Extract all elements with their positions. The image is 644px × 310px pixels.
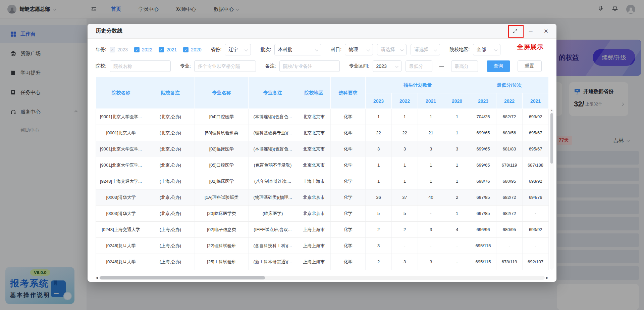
scroll-left-arrow-icon[interactable]: ◀ — [96, 276, 98, 279]
table-cell: 694/76 — [523, 189, 549, 206]
table-row[interactable]: [9001]北京大学医学...(北京,公办)[04]口腔医学(本博连读)(色盲色… — [96, 109, 549, 125]
table-cell: [20]临床医学类 — [195, 206, 249, 222]
col-school-note: 院校备注 — [146, 77, 195, 109]
table-cell: - — [392, 238, 418, 254]
batch-label: 批次: — [260, 47, 271, 53]
minimize-icon[interactable]: – — [528, 28, 534, 34]
table-cell: (临床医学) — [249, 206, 297, 222]
reset-button[interactable]: 重置 — [518, 60, 542, 72]
table-cell: 678/119 — [496, 254, 523, 270]
table-cell: [1A]理科试验班类 — [195, 189, 249, 206]
year-label: 年份: — [96, 47, 106, 53]
col-plan-2022: 2022 — [392, 93, 418, 109]
table-row[interactable]: [0003]清华大学(北京,公办)[20]临床医学类(临床医学)北京北京市化学5… — [96, 206, 549, 222]
school-input[interactable] — [110, 60, 171, 72]
table-row[interactable]: [9001]北京大学医学...(北京,公办)[02]临床医学(本博连读)(色盲色… — [96, 141, 549, 157]
close-icon[interactable]: × — [543, 28, 549, 34]
window-controls: – × — [512, 28, 550, 34]
table-cell: 北京北京市 — [297, 109, 331, 125]
table-row[interactable]: [9248]上海交通大学...(上海,公办)[02]临床医学(八年制本博连读,.… — [96, 173, 549, 189]
table-row[interactable]: [0246]复旦大学(上海,公办)[22]理科试验班(含自科技科工科)(...上… — [96, 238, 549, 254]
table-cell: 化学 — [331, 109, 366, 125]
table-cell: (理科基础类专业)(... — [249, 125, 297, 141]
col-group-plan: 招生计划数量 — [366, 77, 470, 93]
batch-select[interactable]: 本科批 — [274, 44, 321, 55]
year-checkbox-2023[interactable]: ✓2023 — [110, 47, 128, 52]
col-school: 院校名称 — [96, 77, 146, 109]
fullscreen-expand-icon[interactable] — [512, 28, 518, 34]
table-cell: 1 — [392, 109, 418, 125]
major-input[interactable] — [194, 60, 256, 72]
table-cell: 1 — [444, 157, 470, 173]
table-row[interactable]: [0003]清华大学(北京,公办)[1A]理科试验班类(物理基础类)(物理...… — [96, 189, 549, 206]
table-cell: 1 — [366, 109, 392, 125]
table-cell: 695/115 — [470, 238, 496, 254]
table-cell: 化学 — [331, 222, 366, 238]
range-year-select[interactable]: 2023 — [373, 60, 401, 72]
table-cell: 682/72 — [496, 109, 523, 125]
col-plan-2023: 2023 — [366, 93, 392, 109]
table-cell: - — [496, 238, 523, 254]
year-checkbox-2021[interactable]: ✓2021 — [159, 47, 177, 52]
province-select[interactable]: 辽宁 — [225, 44, 251, 55]
table-cell: - — [523, 206, 549, 222]
scroll-right-arrow-icon[interactable]: ▶ — [546, 276, 548, 279]
table-cell: - — [418, 206, 444, 222]
table-cell: (上海,公办) — [146, 222, 195, 238]
table-cell: 1 — [418, 173, 444, 189]
table-cell: 3 — [418, 141, 444, 157]
table-cell: 上海上海市 — [297, 254, 331, 270]
table-row[interactable]: [9001]北京大学医学...(北京,公办)[05]口腔医学(色盲色弱不予录取)… — [96, 157, 549, 173]
table-cell: 695/67 — [523, 125, 549, 141]
max-score-input[interactable] — [451, 60, 478, 72]
col-region: 院校地区 — [297, 77, 331, 109]
filter-row-1: 年份: ✓2023✓2022✓2021✓2020 省份: 辽宁 批次: 本科批 … — [96, 44, 548, 55]
subject-select-2[interactable]: 请选择 — [377, 44, 407, 55]
query-button[interactable]: 查询 — [487, 60, 510, 72]
year-checkbox-2020[interactable]: ✓2020 — [183, 47, 201, 52]
vertical-scroll-thumb[interactable] — [550, 113, 553, 164]
col-major: 专业名称 — [195, 77, 249, 109]
vertical-scrollbar[interactable]: ▲ — [550, 108, 554, 270]
table-cell: 3 — [418, 222, 444, 238]
table-cell: 693/92 — [523, 173, 549, 189]
table-cell: [02]电子信息类 — [195, 222, 249, 238]
table-row[interactable]: [0001]北京大学(北京,公办)[58]理科试验班类(理科基础类专业)(...… — [96, 125, 549, 141]
checkbox-label: 2022 — [142, 47, 152, 52]
table-cell: [9248]上海交通大学... — [96, 173, 146, 189]
min-score-input[interactable] — [406, 60, 432, 72]
year-checkbox-2022[interactable]: ✓2022 — [134, 47, 152, 52]
table-cell: 22 — [392, 125, 418, 141]
table-cell: (北京,公办) — [146, 125, 195, 141]
table-cell: 3 — [392, 254, 418, 270]
range-dash: — — [439, 63, 444, 69]
table-cell: 695/67 — [523, 141, 549, 157]
table-cell: 化学 — [331, 173, 366, 189]
table-cell: 695/115 — [470, 254, 496, 270]
note-input[interactable] — [279, 60, 340, 72]
table-cell: (上海,公办) — [146, 254, 195, 270]
chevron-down-icon — [434, 48, 437, 51]
table-cell: [25]工科试验班 — [195, 254, 249, 270]
major-label: 专业: — [180, 63, 191, 69]
table-row[interactable]: [0246]复旦大学(上海,公办)[25]工科试验班(新工科本研贯通)(...上… — [96, 254, 549, 270]
table-cell: 2 — [444, 189, 470, 206]
region-select[interactable]: 全部 — [473, 44, 500, 55]
table-cell: (色盲色弱不予录取) — [249, 157, 297, 173]
checkbox-icon: ✓ — [110, 47, 115, 52]
table-cell: 687/188 — [523, 157, 549, 173]
horizontal-scroll-thumb[interactable] — [100, 276, 265, 279]
table-row[interactable]: [0248]上海交通大学(上海,公办)[02]电子信息类(IEEE试点班,含双.… — [96, 222, 549, 238]
table-cell: 2 — [366, 222, 392, 238]
table-cell: 3 — [418, 254, 444, 270]
table-cell: 3 — [366, 141, 392, 157]
table-cell: [0246]复旦大学 — [96, 238, 146, 254]
horizontal-scrollbar[interactable]: ◀ ▶ — [96, 275, 548, 280]
table-cell: 681/83 — [496, 141, 523, 157]
modal-title: 历史分数线 — [96, 28, 122, 35]
col-subject-req: 选科要求 — [331, 77, 366, 109]
subject-select-1[interactable]: 物理 — [345, 44, 373, 55]
subject-select-3[interactable]: 请选择 — [411, 44, 440, 55]
table-cell: 680/95 — [496, 173, 523, 189]
table-cell: 2 — [366, 254, 392, 270]
